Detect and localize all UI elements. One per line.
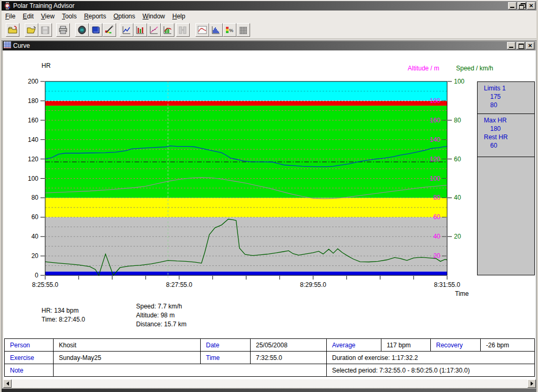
date-value: 25/05/2008 <box>251 339 327 352</box>
speed-tick-label: 60 <box>454 156 461 163</box>
max-hr-label: Max HR <box>478 116 534 125</box>
cursor-info-right: Speed: 7.7 km/h Altitude: 98 m Distance:… <box>136 302 187 329</box>
distribution-view-button[interactable] <box>161 23 174 37</box>
hr-zone-band <box>45 101 447 106</box>
minimize-button[interactable] <box>508 2 516 9</box>
max-hr-value: 180 <box>478 125 534 133</box>
window-bottom-edge <box>2 389 536 392</box>
time-axis-title: Time <box>455 290 469 297</box>
altitude-tick-label: 80 <box>433 194 441 201</box>
lap-times-icon <box>178 25 188 35</box>
hr-tick-label: 160 <box>28 117 38 124</box>
exercise-label[interactable]: Exercise <box>5 352 54 364</box>
note-label[interactable]: Note <box>5 364 54 377</box>
curve-content: 0204060801001201401601802002040608010012… <box>3 50 536 379</box>
bar-graph-view-icon <box>135 25 146 35</box>
hr-tick-label: 120 <box>28 156 38 163</box>
speed-tick-label: 20 <box>454 233 461 240</box>
toolbar: 88% <box>2 22 536 39</box>
curve-view-button[interactable] <box>120 23 133 37</box>
hr-zone-band <box>45 106 447 198</box>
table-row: Exercise Sunday-May25 Time 7:32:55.0 Dur… <box>5 352 535 364</box>
selected-period-value: Selected period: 7:32:55.0 - 8:50:25.0 (… <box>327 364 535 377</box>
speed-tick-label: 100 <box>454 78 464 85</box>
menu-window[interactable]: Window <box>139 12 169 21</box>
exercise-value[interactable]: Sunday-May25 <box>54 352 201 364</box>
cursor-altitude-value: Altitude: 98 m <box>136 311 187 320</box>
date-label: Date <box>201 339 251 352</box>
hr-monitor-button[interactable]: 88 <box>75 23 89 37</box>
zone-percent-view-button[interactable]: % <box>223 23 236 37</box>
speed-axis-title: Speed / km/h <box>456 65 493 72</box>
cursor-distance-value: Distance: 15.7 km <box>136 320 187 329</box>
empty-section <box>478 157 534 274</box>
altitude-tick-label: 20 <box>433 252 441 260</box>
histogram-view-button[interactable] <box>209 23 223 37</box>
menu-view[interactable]: View <box>37 12 58 21</box>
menu-options[interactable]: Options <box>110 12 139 21</box>
svg-text:%: % <box>229 28 233 33</box>
hr-monitor-icon: 88 <box>77 25 87 35</box>
curve-minimize-button[interactable] <box>507 42 515 49</box>
time-tick-label: 8:29:55.0 <box>300 281 326 288</box>
scroll-right-button[interactable] <box>527 379 536 388</box>
hr-axis-title: HR <box>42 62 50 69</box>
bar-graph-view-button[interactable] <box>133 23 147 37</box>
menu-help[interactable]: Help <box>169 12 189 21</box>
histogram-view-icon <box>211 25 221 35</box>
time-tick-label: 8:31:55.0 <box>434 281 460 288</box>
limits-section[interactable]: Limits 1 175 80 <box>478 82 534 114</box>
rest-hr-value: 60 <box>478 141 534 150</box>
hr-tick-label: 100 <box>28 175 38 182</box>
open-exercise-icon <box>26 25 37 35</box>
speed-tick-label: 40 <box>454 194 461 201</box>
menu-tools[interactable]: Tools <box>58 12 80 21</box>
hr-range-section[interactable]: Max HR 180 Rest HR 60 <box>478 114 534 157</box>
recovery-label: Recovery <box>431 339 481 352</box>
person-label[interactable]: Person <box>5 339 54 352</box>
exercise-summary-table: Person Khosit Date 25/05/2008 Average 11… <box>4 338 535 377</box>
import-exercise-icon <box>7 25 18 35</box>
note-value[interactable] <box>54 364 327 377</box>
horizontal-scrollbar[interactable] <box>3 379 536 388</box>
altitude-axis-title: Altitude / m <box>360 65 439 72</box>
scatter-view-icon <box>149 25 159 35</box>
time-tick-label: 8:25:55.0 <box>32 281 58 288</box>
menubar: FileEditViewToolsReportsOptionsWindowHel… <box>2 11 536 21</box>
person-value[interactable]: Khosit <box>54 339 201 352</box>
cursor-speed-value: Speed: 7.7 km/h <box>136 302 187 311</box>
trend-view-button[interactable] <box>195 23 209 37</box>
diary-button[interactable] <box>89 23 102 37</box>
scroll-left-button[interactable] <box>3 379 12 388</box>
altitude-tick-label: 60 <box>433 213 441 221</box>
wizard-button[interactable] <box>102 23 116 37</box>
open-exercise-button[interactable] <box>25 23 38 37</box>
print-icon <box>58 25 68 35</box>
hr-tick-label: 20 <box>32 252 39 260</box>
menu-edit[interactable]: Edit <box>19 12 37 21</box>
data-grid-view-button[interactable] <box>236 23 250 37</box>
curve-window-title: Curve <box>13 42 30 49</box>
altitude-tick-label: 120 <box>430 156 440 163</box>
main-titlebar[interactable]: Polar Training Advisor <box>2 1 536 11</box>
speed-tick-label: 80 <box>454 117 461 124</box>
left-arrow-icon <box>4 381 9 386</box>
restore-button[interactable] <box>518 2 526 9</box>
menu-reports[interactable]: Reports <box>80 12 110 21</box>
app-icon <box>4 2 11 9</box>
curve-titlebar[interactable]: Curve <box>3 41 535 50</box>
table-row: Person Khosit Date 25/05/2008 Average 11… <box>5 339 535 352</box>
average-label: Average <box>327 339 381 352</box>
hr-tick-label: 60 <box>32 213 39 221</box>
duration-value: Duration of exercise: 1:17:32.2 <box>327 352 535 364</box>
curve-close-button[interactable] <box>526 42 534 49</box>
print-button[interactable] <box>56 23 70 37</box>
import-exercise-button[interactable] <box>6 23 19 37</box>
scatter-view-button[interactable] <box>147 23 161 37</box>
limits-title: Limits 1 <box>478 84 534 92</box>
curve-maximize-button[interactable] <box>516 42 525 49</box>
save-icon <box>40 25 50 35</box>
altitude-tick-label: 160 <box>430 117 440 124</box>
menu-file[interactable]: File <box>2 12 19 21</box>
close-button[interactable] <box>527 2 535 9</box>
